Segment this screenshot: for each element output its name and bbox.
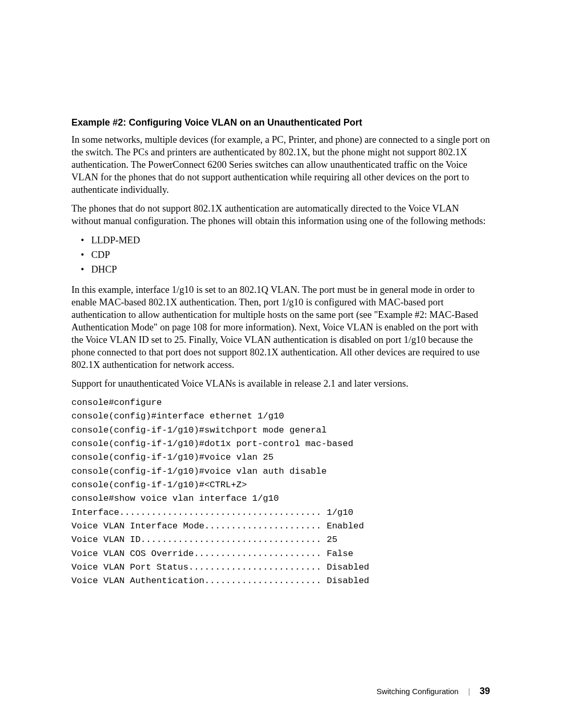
example-heading: Example #2: Configuring Voice VLAN on an… <box>71 117 490 128</box>
cli-line: console(config-if-1/g10)#dot1x port-cont… <box>71 437 490 451</box>
cli-line: Voice VLAN Port Status..................… <box>71 561 490 574</box>
cli-line: Voice VLAN ID...........................… <box>71 533 490 547</box>
cli-line: console#show voice vlan interface 1/g10 <box>71 492 490 505</box>
paragraph-2: The phones that do not support 802.1X au… <box>71 202 490 227</box>
cli-line: console(config-if-1/g10)#voice vlan auth… <box>71 465 490 478</box>
paragraph-1: In some networks, multiple devices (for … <box>71 133 490 196</box>
cli-line: console#configure <box>71 396 490 410</box>
page-content: Example #2: Configuring Voice VLAN on an… <box>0 0 563 620</box>
section-name: Switching Configuration <box>376 687 459 696</box>
paragraph-3: In this example, interface 1/g10 is set … <box>71 283 490 371</box>
list-item: DHCP <box>71 263 490 277</box>
cli-line: console(config)#interface ethernet 1/g10 <box>71 410 490 423</box>
list-item: CDP <box>71 248 490 263</box>
cli-line: Interface...............................… <box>71 506 490 520</box>
page-footer: Switching Configuration | 39 <box>376 686 490 697</box>
cli-line: console(config-if-1/g10)#voice vlan 25 <box>71 451 490 464</box>
cli-line: console(config-if-1/g10)#<CTRL+Z> <box>71 478 490 492</box>
list-item: LLDP-MED <box>71 233 490 248</box>
page-number: 39 <box>480 686 490 696</box>
methods-list: LLDP-MED CDP DHCP <box>71 233 490 277</box>
cli-line: console(config-if-1/g10)#switchport mode… <box>71 424 490 437</box>
cli-line: Voice VLAN Interface Mode...............… <box>71 520 490 533</box>
cli-line: Voice VLAN COS Override.................… <box>71 547 490 561</box>
cli-output: console#configure console(config)#interf… <box>71 396 490 588</box>
footer-separator: | <box>461 687 478 696</box>
cli-line: Voice VLAN Authentication...............… <box>71 574 490 588</box>
paragraph-4: Support for unauthenticated Voice VLANs … <box>71 377 490 390</box>
